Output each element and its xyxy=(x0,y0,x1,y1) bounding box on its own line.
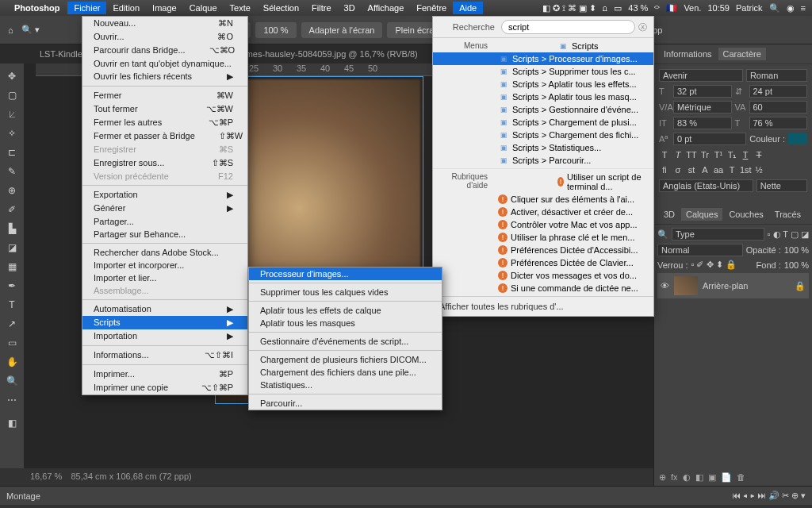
help-show-all[interactable]: Afficher toutes les rubriques d'... xyxy=(433,296,653,316)
visibility-icon[interactable]: 👁 xyxy=(661,281,669,291)
size-input[interactable]: 32 pt xyxy=(673,85,732,98)
more-tools[interactable]: ⋯ xyxy=(2,391,21,409)
list-icon[interactable]: ≡ xyxy=(801,3,806,13)
layer-row-bg[interactable]: 👁 Arrière-plan 🔒 xyxy=(657,273,809,298)
vscale-input[interactable]: 83 % xyxy=(673,117,732,129)
zoom-tool[interactable]: 🔍 xyxy=(2,372,21,390)
scripts-menu-item-11[interactable]: Statistiques... xyxy=(249,379,442,391)
help-menu-result-6[interactable]: ▣Scripts > Chargement de plusi... xyxy=(433,116,653,129)
opt-100pct[interactable]: 100 % xyxy=(255,22,296,38)
search-icon[interactable]: 🔍 xyxy=(769,3,780,13)
siri-icon[interactable]: ◉ xyxy=(787,3,795,13)
file-menu-item-21[interactable]: Importer et lier... xyxy=(82,271,247,284)
file-menu-item-17[interactable]: Partager sur Behance... xyxy=(82,228,247,241)
heal-tool[interactable]: ⊕ xyxy=(2,182,21,199)
fill-input[interactable]: 100 % xyxy=(784,260,809,270)
file-menu-item-20[interactable]: Importer et incorporer... xyxy=(82,259,247,271)
help-menu-result-7[interactable]: ▣Scripts > Chargement des fichi... xyxy=(433,129,653,141)
help-search-input[interactable] xyxy=(501,20,635,34)
italic-btn[interactable]: T xyxy=(672,150,684,160)
help-topic-5[interactable]: !Préférences Dictée d'Accessibi... xyxy=(433,244,653,256)
help-menu-result-8[interactable]: ▣Scripts > Statistiques... xyxy=(433,141,653,154)
file-menu-item-9[interactable]: Fermer et passer à Bridge⇧⌘W xyxy=(82,129,247,143)
help-topic-3[interactable]: !Contrôler votre Mac et vos app... xyxy=(433,218,653,231)
layer-filter-select[interactable]: Type xyxy=(672,228,764,241)
file-menu-item-19[interactable]: Rechercher dans Adobe Stock... xyxy=(82,246,247,259)
help-topic-2[interactable]: !Activer, désactiver et créer de... xyxy=(433,206,653,218)
menu-3d[interactable]: 3D xyxy=(338,2,362,14)
scripts-menu-item-7[interactable]: Gestionnaire d'événements de script... xyxy=(249,335,442,348)
hand-tool[interactable]: ✋ xyxy=(2,353,21,371)
tab-traces[interactable]: Tracés xyxy=(770,208,806,221)
opt-fit[interactable]: Adapter à l'écran xyxy=(301,22,383,38)
input-flag[interactable]: 🇫🇷 xyxy=(666,3,677,13)
eyedropper-tool[interactable]: ✎ xyxy=(2,163,21,180)
wifi-icon[interactable]: ⩍ xyxy=(603,3,607,13)
lasso-tool[interactable]: ⟀ xyxy=(2,106,21,123)
tab-caractere[interactable]: Caractère xyxy=(718,48,766,60)
baseline-input[interactable]: 0 pt xyxy=(673,133,746,145)
file-menu-item-15[interactable]: Générer▶ xyxy=(82,202,247,215)
battery-icon[interactable]: ▭ xyxy=(614,3,622,13)
file-menu-item-14[interactable]: Exportation▶ xyxy=(82,188,247,202)
menu-fichier[interactable]: Fichier xyxy=(67,2,106,14)
tracking-input[interactable]: 60 xyxy=(749,101,808,114)
move-tool[interactable]: ✥ xyxy=(2,67,21,85)
tab-informations[interactable]: Informations xyxy=(659,48,717,60)
scripts-menu-item-2[interactable]: Supprimer tous les calques vides xyxy=(249,286,442,298)
kerning-select[interactable]: Métrique xyxy=(673,101,732,114)
path-tool[interactable]: ↗ xyxy=(2,315,21,333)
type-tool[interactable]: T xyxy=(2,296,21,314)
zoom-pct[interactable]: 16,67 % xyxy=(30,471,62,481)
file-menu-item-4[interactable]: Ouvrir les fichiers récents▶ xyxy=(82,70,247,83)
antialias-select[interactable]: Nette xyxy=(756,179,807,192)
help-topic-8[interactable]: !Si une commande de dictée ne... xyxy=(433,282,653,294)
swatch-fg[interactable]: ◧ xyxy=(2,414,21,432)
opacity-input[interactable]: 100 % xyxy=(784,245,809,255)
tab-3d[interactable]: 3D xyxy=(659,208,680,221)
gradient-tool[interactable]: ▦ xyxy=(2,258,21,275)
file-menu-item-11[interactable]: Enregistrer sous...⇧⌘S xyxy=(82,156,247,170)
help-menu-result-9[interactable]: ▣Scripts > Parcourir... xyxy=(433,154,653,167)
menu-aide[interactable]: Aide xyxy=(453,2,483,14)
file-menu-item-6[interactable]: Fermer⌘W xyxy=(82,89,247,102)
help-menu-result-5[interactable]: ▣Scripts > Gestionnaire d'événe... xyxy=(433,103,653,116)
font-select[interactable]: Avenir xyxy=(659,69,743,82)
tab-calques[interactable]: Calques xyxy=(681,208,722,221)
menu-filtre[interactable]: Filtre xyxy=(305,2,337,14)
help-topic-4[interactable]: !Utiliser la phrase clé et le men... xyxy=(433,231,653,244)
menu-edition[interactable]: Edition xyxy=(106,2,146,14)
blend-mode[interactable]: Normal xyxy=(657,244,743,256)
help-topic-0[interactable]: !Utiliser un script de terminal d... xyxy=(492,171,653,193)
timeline-icons[interactable]: ⏮ ◀ ▶ ⏭ 🔊 ✂ ⊕ ▾ xyxy=(732,491,806,501)
help-topic-1[interactable]: !Cliquer sur des éléments à l'ai... xyxy=(433,193,653,206)
lock-icons[interactable]: ▫ ✐ ✥ ⬍ 🔒 xyxy=(691,260,737,270)
zoom-tool-icon[interactable]: 🔍 ▾ xyxy=(21,25,40,35)
help-menu-result-0[interactable]: ▣Scripts xyxy=(492,40,653,52)
wand-tool[interactable]: ✧ xyxy=(2,125,21,142)
brush-tool[interactable]: ✐ xyxy=(2,201,21,218)
home-icon[interactable]: ⌂ xyxy=(8,25,13,35)
bold-btn[interactable]: T xyxy=(659,150,670,160)
file-menu-item-30[interactable]: Imprimer...⌘P xyxy=(82,368,247,381)
filter-icons[interactable]: ▫ ◐ T ▢ ◪ xyxy=(768,229,809,240)
help-menu-result-4[interactable]: ▣Scripts > Aplatir tous les masq... xyxy=(433,90,653,103)
file-menu-item-0[interactable]: Nouveau...⌘N xyxy=(82,17,247,30)
menu-calque[interactable]: Calque xyxy=(183,2,224,14)
file-menu-item-8[interactable]: Fermer les autres⌥⌘P xyxy=(82,116,247,129)
menu-image[interactable]: Image xyxy=(146,2,183,14)
scripts-menu-item-13[interactable]: Parcourir... xyxy=(249,397,442,410)
file-menu-item-31[interactable]: Imprimer une copie⌥⇧⌘P xyxy=(82,381,247,394)
file-menu-item-7[interactable]: Tout fermer⌥⌘W xyxy=(82,102,247,116)
scripts-menu-item-0[interactable]: Processeur d'images... xyxy=(249,267,442,280)
file-menu-item-1[interactable]: Ouvrir...⌘O xyxy=(82,30,247,44)
scripts-menu-item-9[interactable]: Chargement de plusieurs fichiers DICOM..… xyxy=(249,353,442,366)
doc-tab-2[interactable]: -james-hausley-5084059.jpg @ 16,7% (RVB/… xyxy=(228,47,425,61)
scripts-menu-item-5[interactable]: Aplatir tous les masques xyxy=(249,317,442,329)
help-topic-7[interactable]: !Dicter vos messages et vos do... xyxy=(433,269,653,282)
icon-tray[interactable]: ◧ ✪ ⟟ ⌘ ▣ ⬍ xyxy=(542,3,596,13)
marquee-tool[interactable]: ▢ xyxy=(2,87,21,104)
file-menu-item-16[interactable]: Partager... xyxy=(82,215,247,228)
help-menu-result-1[interactable]: ▣Scripts > Processeur d'images... xyxy=(433,52,653,65)
file-menu-item-3[interactable]: Ouvrir en tant qu'objet dynamique... xyxy=(82,57,247,70)
